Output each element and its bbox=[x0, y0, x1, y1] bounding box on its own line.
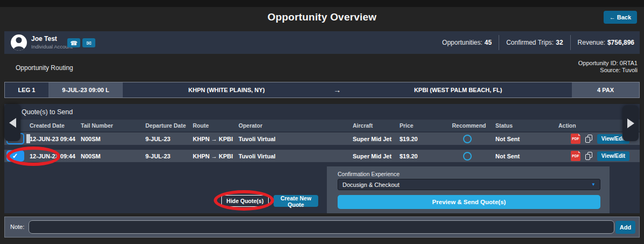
stat-revenue-value: $756,896 bbox=[607, 39, 634, 46]
cell-price: $19.20 bbox=[396, 153, 443, 159]
cell-recommend bbox=[443, 152, 492, 161]
stat-confirmed-trips-label: Confirmed Trips: bbox=[506, 39, 554, 46]
quote-row: ✓ 12-JUN-23 09:44 N00SM 9-JUL-23 KHPN → … bbox=[4, 150, 640, 162]
stat-opportunities-label: Opportunities: bbox=[442, 39, 482, 46]
create-new-quote-button[interactable]: Create New Quote bbox=[274, 195, 318, 207]
mail-icon[interactable]: ✉ bbox=[82, 38, 95, 47]
cell-departure-date: 9-JUL-23 bbox=[142, 136, 189, 142]
stat-revenue-label: Revenue: bbox=[578, 39, 605, 46]
confirmation-panel: Confirmation Experience Docusign & Check… bbox=[327, 166, 610, 213]
cell-price: $19.20 bbox=[396, 136, 443, 142]
pdf-icon[interactable]: PDF bbox=[571, 134, 580, 144]
add-note-button[interactable]: Add bbox=[615, 221, 635, 234]
col-recommend: Recommend bbox=[443, 122, 492, 129]
user-name: Joe Test bbox=[31, 35, 57, 43]
next-quotes-button[interactable] bbox=[622, 106, 639, 141]
stat-opportunities: Opportunities:45 bbox=[442, 39, 492, 46]
cell-recommend bbox=[443, 135, 492, 143]
recommend-radio[interactable] bbox=[463, 135, 472, 143]
note-bar: Note: Add bbox=[4, 217, 640, 238]
col-aircraft: Aircraft bbox=[349, 122, 396, 129]
quote-checkbox-checked[interactable]: ✓ bbox=[6, 150, 24, 162]
col-route: Route bbox=[189, 122, 235, 129]
leg-arrow-icon: → bbox=[330, 82, 344, 97]
note-input[interactable] bbox=[29, 220, 614, 234]
copy-icon[interactable] bbox=[585, 152, 592, 160]
copy-icon[interactable] bbox=[585, 135, 592, 143]
top-strip bbox=[0, 0, 644, 7]
stat-confirmed-trips: Confirmed Trips:32 bbox=[506, 39, 563, 46]
view-edit-button[interactable]: View/Edit bbox=[597, 151, 629, 161]
pdf-icon[interactable]: PDF bbox=[571, 151, 580, 161]
quote-checkbox-cell: ✓ bbox=[4, 150, 26, 162]
prev-quotes-button[interactable] bbox=[4, 104, 20, 141]
leg-pax-count: 4 PAX bbox=[572, 82, 639, 97]
cell-operator: Tuvoli Virtual bbox=[235, 136, 349, 142]
col-tail-number: Tail Number bbox=[77, 122, 142, 129]
col-operator: Operator bbox=[235, 122, 349, 129]
leg-departure-datetime: 9-JUL-23 09:00 L bbox=[48, 82, 123, 97]
leg-routing-bar: LEG 1 9-JUL-23 09:00 L KHPN (WHITE PLAIN… bbox=[4, 82, 640, 98]
cell-created-date: 12-JUN-23 09:44 bbox=[26, 153, 77, 159]
stat-confirmed-trips-value: 32 bbox=[556, 39, 563, 46]
recommend-radio[interactable] bbox=[463, 152, 472, 161]
leg-destination-airport: KPBI (WEST PALM BEACH, FL) bbox=[344, 82, 572, 97]
col-price: Price bbox=[396, 122, 443, 129]
stat-opportunities-value: 45 bbox=[485, 39, 492, 46]
confirmation-experience-select[interactable]: Docusign & Checkout ▼ bbox=[338, 179, 600, 190]
leg-origin-airport: KHPN (WHITE PLAINS, NY) bbox=[123, 82, 330, 97]
quote-row: 12-JUN-23 09:44 N00SM 9-JUL-23 KHPN → KP… bbox=[4, 133, 640, 145]
col-status: Status bbox=[492, 122, 555, 129]
cell-status: Not Sent bbox=[492, 153, 555, 159]
chevron-down-icon: ▼ bbox=[591, 182, 600, 187]
preview-send-quotes-button[interactable]: Preview & Send Quote(s) bbox=[338, 195, 600, 209]
col-created-date: Created Date bbox=[26, 122, 77, 129]
opportunity-meta: Opportunity ID: 0RTA1 Source: Tuvoli bbox=[578, 60, 638, 74]
cell-action: PDF View/Edit bbox=[555, 151, 640, 161]
quotes-section-title: Quote(s) to Send bbox=[22, 108, 73, 116]
stats-divider bbox=[499, 35, 499, 50]
chevron-left-icon bbox=[9, 118, 16, 128]
cell-route: KHPN → KPBI bbox=[189, 136, 235, 142]
col-departure-date: Departure Date bbox=[142, 122, 189, 129]
confirmation-experience-label: Confirmation Experience bbox=[338, 171, 400, 177]
stats-divider bbox=[570, 35, 571, 50]
row-divider-tick bbox=[26, 134, 30, 143]
quotes-table-header: Created Date Tail Number Departure Date … bbox=[4, 120, 640, 131]
cell-route: KHPN → KPBI bbox=[189, 153, 235, 159]
leg-number: LEG 1 bbox=[5, 82, 48, 97]
hide-quotes-button[interactable]: Hide Quote(s) bbox=[221, 195, 269, 207]
stat-revenue: Revenue:$756,896 bbox=[578, 39, 634, 46]
quotes-panel: Quote(s) to Send Created Date Tail Numbe… bbox=[4, 104, 640, 213]
opportunity-id: Opportunity ID: 0RTA1 bbox=[578, 60, 638, 67]
note-label: Note: bbox=[10, 224, 24, 230]
phone-icon[interactable]: ☎ bbox=[67, 38, 80, 47]
account-type-label: Individual Account bbox=[31, 44, 73, 50]
cell-departure-date: 9-JUL-23 bbox=[142, 153, 189, 159]
cell-created-date: 12-JUN-23 09:44 bbox=[26, 136, 77, 142]
opportunity-overview-page: Opportunity Overview ← Back Joe Test Ind… bbox=[0, 0, 644, 244]
user-info-bar: Joe Test Individual Account ☎ ✉ Opportun… bbox=[4, 31, 640, 54]
opportunity-source: Source: Tuvoli bbox=[578, 67, 638, 74]
back-button[interactable]: ← Back bbox=[604, 11, 637, 24]
chevron-right-icon bbox=[627, 118, 634, 128]
cell-status: Not Sent bbox=[492, 136, 555, 142]
cell-tail-number: N00SM bbox=[77, 136, 142, 142]
cell-aircraft: Super Mid Jet bbox=[349, 136, 396, 142]
cell-operator: Tuvoli Virtual bbox=[235, 153, 349, 159]
page-title: Opportunity Overview bbox=[0, 11, 644, 23]
user-avatar-icon bbox=[11, 34, 27, 51]
cell-aircraft: Super Mid Jet bbox=[349, 153, 396, 159]
selected-option: Docusign & Checkout bbox=[338, 182, 591, 188]
account-stats: Opportunities:45 Confirmed Trips:32 Reve… bbox=[442, 31, 634, 54]
cell-tail-number: N00SM bbox=[77, 153, 142, 159]
opportunity-routing-label: Opportunity Routing bbox=[16, 64, 73, 72]
